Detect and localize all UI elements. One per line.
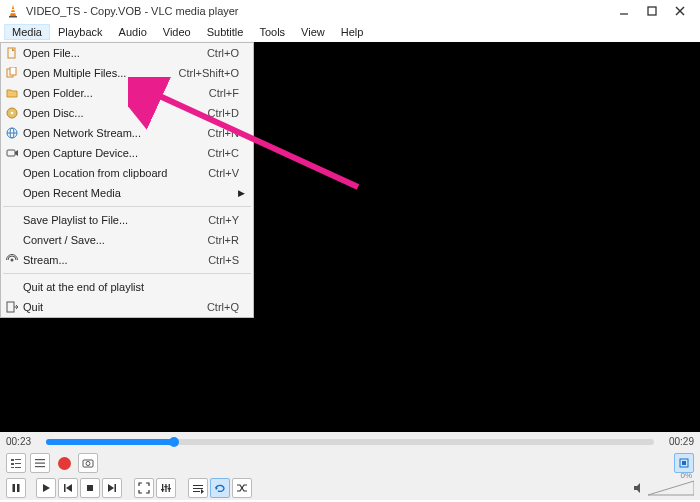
menu-item[interactable]: Open Multiple Files...Ctrl+Shift+O [1, 63, 253, 83]
menu-item[interactable]: QuitCtrl+Q [1, 297, 253, 317]
media-menu-dropdown: Open File...Ctrl+OOpen Multiple Files...… [0, 42, 254, 318]
menu-playback[interactable]: Playback [50, 24, 111, 40]
menu-item[interactable]: Open Network Stream...Ctrl+N [1, 123, 253, 143]
menu-tools[interactable]: Tools [251, 24, 293, 40]
menu-item[interactable]: Open File...Ctrl+O [1, 43, 253, 63]
svg-rect-44 [162, 484, 163, 492]
menu-video[interactable]: Video [155, 24, 199, 40]
submenu-arrow-icon: ▶ [238, 188, 245, 198]
menu-item-shortcut: Ctrl+O [207, 47, 243, 59]
volume-pct: 0% [680, 471, 692, 480]
blank-icon [5, 186, 19, 200]
stop-button[interactable] [80, 478, 100, 498]
menu-item-label: Convert / Save... [23, 234, 208, 246]
shuffle-button[interactable] [232, 478, 252, 498]
svg-marker-38 [43, 484, 50, 492]
menu-item-shortcut: Ctrl+R [208, 234, 243, 246]
menu-item-label: Quit at the end of playlist [23, 281, 243, 293]
menu-media[interactable]: Media [4, 24, 50, 40]
svg-marker-42 [108, 484, 114, 492]
menu-audio[interactable]: Audio [111, 24, 155, 40]
seek-track[interactable] [46, 439, 654, 445]
svg-rect-26 [15, 463, 21, 464]
network-icon [5, 126, 19, 140]
menu-item-label: Open Folder... [23, 87, 209, 99]
volume-slider[interactable]: 0% [648, 479, 694, 497]
fullscreen-button[interactable] [134, 478, 154, 498]
menu-subtitle[interactable]: Subtitle [199, 24, 252, 40]
menu-help[interactable]: Help [333, 24, 372, 40]
menu-item-label: Open Location from clipboard [23, 167, 208, 179]
svg-rect-49 [168, 488, 171, 489]
menu-item[interactable]: Open Disc...Ctrl+D [1, 103, 253, 123]
svg-rect-28 [15, 467, 21, 468]
stream-icon [5, 253, 19, 267]
menu-item-shortcut: Ctrl+Y [208, 214, 243, 226]
menu-item-label: Save Playlist to File... [23, 214, 208, 226]
time-current[interactable]: 00:23 [6, 436, 40, 447]
svg-rect-10 [10, 67, 16, 75]
menu-item[interactable]: Open Folder...Ctrl+F [1, 83, 253, 103]
menu-item[interactable]: Stream...Ctrl+S [1, 250, 253, 270]
svg-rect-52 [193, 491, 200, 492]
svg-rect-39 [64, 484, 66, 492]
svg-point-18 [11, 259, 14, 262]
file-icon [5, 46, 19, 60]
playlist-button[interactable] [6, 453, 26, 473]
menu-item[interactable]: Open Recent Media▶ [1, 183, 253, 203]
svg-rect-41 [87, 485, 93, 491]
menubar: Media Playback Audio Video Subtitle Tool… [0, 22, 700, 42]
close-button[interactable] [666, 1, 694, 21]
equalizer-button[interactable] [156, 478, 176, 498]
snapshot-button[interactable] [78, 453, 98, 473]
menu-item[interactable]: Save Playlist to File...Ctrl+Y [1, 210, 253, 230]
svg-point-33 [86, 462, 90, 466]
disc-icon [5, 106, 19, 120]
record-icon [58, 457, 71, 470]
maximize-button[interactable] [638, 1, 666, 21]
svg-rect-48 [164, 486, 167, 487]
pause-button[interactable] [6, 478, 26, 498]
menu-item-label: Stream... [23, 254, 208, 266]
seekbar: 00:23 00:29 [0, 432, 700, 451]
seek-thumb[interactable] [169, 437, 179, 447]
menu-item[interactable]: Quit at the end of playlist [1, 277, 253, 297]
titlebar: VIDEO_TS - Copy.VOB - VLC media player [0, 0, 700, 22]
list-button[interactable] [30, 453, 50, 473]
svg-marker-56 [648, 481, 694, 495]
menu-view[interactable]: View [293, 24, 333, 40]
svg-rect-16 [7, 150, 15, 156]
next-button[interactable] [102, 478, 122, 498]
menu-item-label: Open Multiple Files... [23, 67, 178, 79]
time-total[interactable]: 00:29 [660, 436, 694, 447]
menu-item-shortcut: Ctrl+N [208, 127, 243, 139]
controls-row-2: 0% [0, 475, 700, 500]
seek-fill [46, 439, 174, 445]
menu-item-shortcut: Ctrl+F [209, 87, 243, 99]
svg-rect-30 [35, 463, 45, 464]
svg-rect-29 [35, 459, 45, 460]
blank-icon [5, 280, 19, 294]
play-button[interactable] [36, 478, 56, 498]
menu-item-shortcut: Ctrl+Shift+O [178, 67, 243, 79]
svg-marker-53 [201, 489, 204, 494]
minimize-button[interactable] [610, 1, 638, 21]
svg-rect-24 [15, 459, 21, 460]
mute-icon[interactable] [632, 481, 646, 495]
record-button[interactable] [54, 453, 74, 473]
svg-rect-25 [11, 463, 14, 465]
vlc-cone-icon [6, 4, 20, 18]
menu-item[interactable]: Open Location from clipboardCtrl+V [1, 163, 253, 183]
svg-rect-50 [193, 485, 203, 486]
svg-marker-40 [66, 484, 72, 492]
svg-marker-55 [634, 483, 640, 493]
svg-rect-31 [35, 466, 45, 467]
menu-item[interactable]: Open Capture Device...Ctrl+C [1, 143, 253, 163]
files-icon [5, 66, 19, 80]
loop-button[interactable] [210, 478, 230, 498]
svg-rect-5 [648, 7, 656, 15]
loop-list-button[interactable] [188, 478, 208, 498]
menu-item-shortcut: Ctrl+V [208, 167, 243, 179]
prev-button[interactable] [58, 478, 78, 498]
menu-item[interactable]: Convert / Save...Ctrl+R [1, 230, 253, 250]
